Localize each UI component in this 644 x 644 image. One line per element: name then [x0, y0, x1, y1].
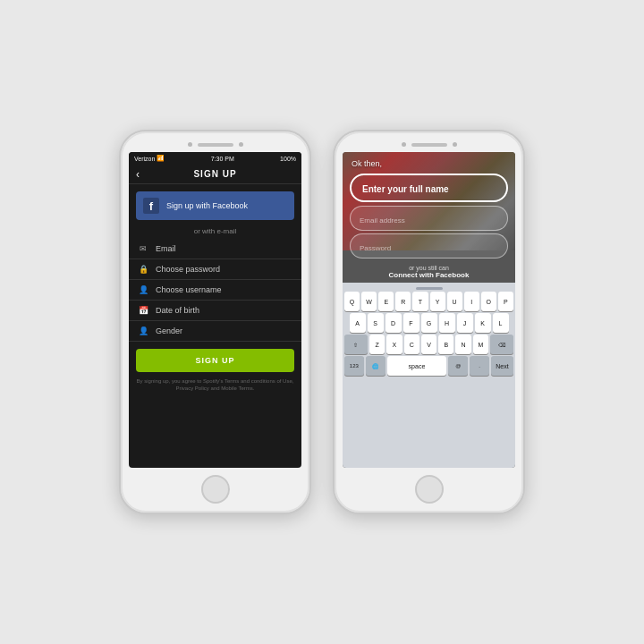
email-placeholder-text: Email address: [360, 216, 405, 225]
phone-bottom-bezel-2: [415, 468, 444, 504]
username-label: Choose username: [156, 285, 222, 294]
key-b[interactable]: B: [438, 335, 453, 354]
key-f[interactable]: F: [403, 313, 419, 333]
facebook-icon: f: [143, 198, 159, 214]
or-facebook-section: or you still can Connect with Facebook: [343, 261, 515, 283]
keyboard-handle: [344, 285, 513, 292]
keyboard-row-3: ⇧ Z X C V B N M ⌫: [344, 335, 513, 354]
key-z[interactable]: Z: [369, 335, 385, 354]
key-c[interactable]: C: [404, 335, 419, 354]
home-button[interactable]: [201, 475, 230, 504]
key-g[interactable]: G: [421, 313, 437, 333]
wifi-icon: 📶: [157, 155, 165, 162]
key-e[interactable]: E: [378, 292, 394, 311]
numbers-key[interactable]: 123: [344, 356, 364, 376]
email-form-item[interactable]: ✉ Email: [129, 239, 301, 259]
key-l[interactable]: L: [493, 313, 509, 333]
keyboard-row-2: A S D F G H J K L: [344, 313, 513, 333]
period-key[interactable]: .: [470, 356, 489, 376]
home-button-2[interactable]: [415, 475, 444, 504]
key-n[interactable]: N: [455, 335, 470, 354]
password-label: Choose password: [156, 265, 220, 274]
phone-sensors: [188, 142, 243, 147]
email-label: Email: [156, 244, 176, 253]
key-x[interactable]: X: [386, 335, 402, 354]
shift-key[interactable]: ⇧: [344, 335, 368, 354]
key-r[interactable]: R: [395, 292, 411, 311]
camera-dot: [239, 142, 243, 147]
key-q[interactable]: Q: [344, 292, 360, 311]
key-u[interactable]: U: [447, 292, 462, 311]
connect-facebook-link[interactable]: Connect with Facebook: [346, 271, 512, 279]
back-button[interactable]: ‹: [136, 168, 140, 181]
calendar-icon: 📅: [138, 306, 148, 315]
screen-title: SIGN UP: [193, 169, 236, 179]
speaker-grille: [198, 143, 233, 147]
password-placeholder-text: Password: [360, 244, 391, 252]
signup-button[interactable]: SIGN UP: [136, 349, 294, 372]
phone-bottom-bezel: [201, 468, 230, 504]
key-j[interactable]: J: [457, 313, 473, 333]
gender-form-item[interactable]: 👤 Gender: [129, 321, 301, 342]
navigation-bar: ‹ SIGN UP: [129, 165, 301, 184]
password-form-item[interactable]: 🔒 Choose password: [129, 259, 301, 280]
screen-1: Verizon 📶 7:30 PM 100% ‹ SIGN UP f Sign …: [129, 152, 301, 468]
phone-top-bezel-2: [340, 142, 518, 152]
key-w[interactable]: W: [361, 292, 377, 311]
key-k[interactable]: K: [475, 313, 491, 333]
globe-key[interactable]: 🌐: [366, 356, 386, 376]
carrier-text: Verizon: [134, 156, 155, 162]
key-s[interactable]: S: [368, 313, 384, 333]
time-display: 7:30 PM: [211, 156, 234, 162]
gender-icon: 👤: [138, 326, 148, 335]
or-divider: or with e-mail: [129, 224, 301, 239]
key-v[interactable]: V: [421, 335, 436, 354]
screen2-form-area: Ok then, Enter your full name Email addr…: [343, 152, 515, 283]
battery-display: 100%: [280, 156, 296, 162]
on-screen-keyboard: Q W E R T Y U I O P A S D F G H J K: [343, 283, 515, 468]
key-o[interactable]: O: [481, 292, 496, 311]
key-p[interactable]: P: [498, 292, 513, 311]
space-key[interactable]: space: [387, 356, 447, 376]
lock-icon: 🔒: [138, 265, 148, 274]
terms-text: By signing up, you agree to Spotify's Te…: [129, 376, 301, 394]
sensor-dot: [188, 142, 192, 147]
phone-1: Verizon 📶 7:30 PM 100% ‹ SIGN UP f Sign …: [119, 130, 311, 514]
facebook-button-label: Sign up with Facebook: [166, 201, 248, 210]
dob-label: Date of birth: [156, 306, 199, 315]
keyboard-row-4: 123 🌐 space @ . Next: [344, 356, 513, 376]
backspace-key[interactable]: ⌫: [490, 335, 513, 354]
dob-form-item[interactable]: 📅 Date of birth: [129, 301, 301, 321]
email-icon: ✉: [138, 244, 148, 253]
keyboard-row-1: Q W E R T Y U I O P: [344, 292, 513, 311]
key-d[interactable]: D: [386, 313, 402, 333]
key-i[interactable]: I: [464, 292, 479, 311]
camera-dot-2: [453, 142, 457, 147]
speaker-grille-2: [411, 143, 447, 147]
ok-then-text: Ok then,: [343, 152, 515, 172]
key-h[interactable]: H: [439, 313, 455, 333]
status-bar: Verizon 📶 7:30 PM 100%: [129, 152, 301, 165]
key-a[interactable]: A: [350, 313, 366, 333]
next-key[interactable]: Next: [491, 356, 513, 376]
key-y[interactable]: Y: [430, 292, 445, 311]
phone-sensors-2: [402, 142, 457, 147]
phone-top-bezel: [126, 142, 304, 152]
username-form-item[interactable]: 👤 Choose username: [129, 280, 301, 301]
facebook-signup-button[interactable]: f Sign up with Facebook: [136, 191, 294, 220]
sensor-dot-2: [402, 142, 406, 147]
name-input-placeholder: Enter your full name: [362, 184, 449, 194]
phone-2: Ok then, Enter your full name Email addr…: [333, 130, 525, 514]
screen-2: Ok then, Enter your full name Email addr…: [343, 152, 515, 468]
password-input[interactable]: Password: [350, 233, 508, 258]
at-key[interactable]: @: [448, 356, 468, 376]
full-name-input[interactable]: Enter your full name: [350, 174, 508, 202]
status-left: Verizon 📶: [134, 155, 165, 162]
key-t[interactable]: T: [412, 292, 428, 311]
key-m[interactable]: M: [473, 335, 488, 354]
handle-line: [416, 287, 443, 290]
user-icon: 👤: [138, 285, 148, 294]
email-input[interactable]: Email address: [350, 206, 508, 231]
or-still-can-text: or you still can: [409, 265, 449, 271]
gender-label: Gender: [156, 326, 182, 335]
